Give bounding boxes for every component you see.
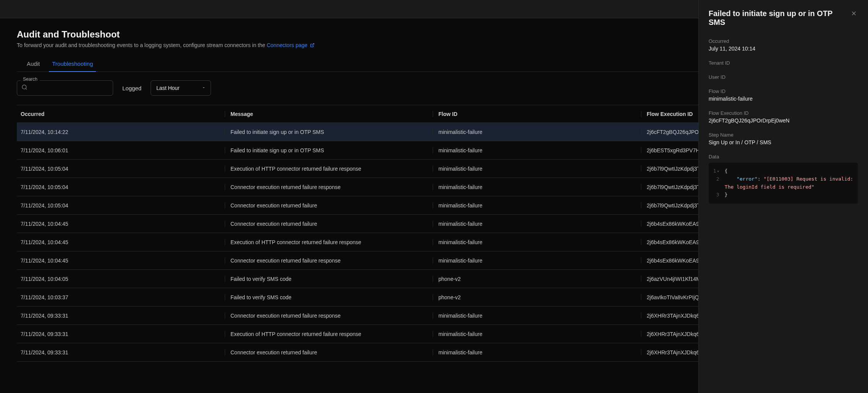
cell-flow-id: minimalistic-failure bbox=[433, 221, 641, 227]
time-range-value: Last Hour bbox=[156, 85, 180, 91]
cell-occurred: 7/11/2024, 09:33:31 bbox=[17, 313, 225, 319]
line-numbers: 1▾23 bbox=[713, 167, 725, 199]
tab-audit[interactable]: Audit bbox=[27, 56, 40, 72]
col-header-message[interactable]: Message bbox=[225, 111, 433, 117]
cell-occurred: 7/11/2024, 10:05:04 bbox=[17, 184, 225, 190]
panel-header: Failed to initiate sign up or in OTP SMS bbox=[709, 9, 858, 27]
close-icon bbox=[850, 11, 857, 18]
panel-data: Data 1▾23 { "error": "[E011003] Request … bbox=[709, 154, 858, 204]
cell-occurred: 7/11/2024, 10:03:37 bbox=[17, 294, 225, 300]
cell-message: Connector execution returned failure res… bbox=[225, 258, 433, 264]
subtitle-text: To forward your audit and troubleshootin… bbox=[17, 42, 267, 48]
code-content: { "error": "[E011003] Request is invalid… bbox=[725, 167, 853, 199]
cell-message: Connector execution returned failure bbox=[225, 221, 433, 227]
cell-flow-id: minimalistic-failure bbox=[433, 313, 641, 319]
cell-message: Connector execution returned failure bbox=[225, 202, 433, 209]
search-label: Search bbox=[21, 77, 40, 82]
panel-flow-id-label: Flow ID bbox=[709, 88, 858, 94]
cell-occurred: 7/11/2024, 10:14:22 bbox=[17, 129, 225, 135]
col-header-occurred[interactable]: Occurred bbox=[17, 111, 225, 117]
cell-flow-id: minimalistic-failure bbox=[433, 202, 641, 209]
tab-troubleshooting[interactable]: Troubleshooting bbox=[52, 56, 93, 72]
cell-flow-id: minimalistic-failure bbox=[433, 349, 641, 355]
cell-flow-id: minimalistic-failure bbox=[433, 166, 641, 172]
fold-caret-icon[interactable]: ▾ bbox=[717, 169, 719, 173]
cell-flow-id: minimalistic-failure bbox=[433, 239, 641, 245]
cell-message: Execution of HTTP connector returned fai… bbox=[225, 239, 433, 245]
cell-occurred: 7/11/2024, 10:04:45 bbox=[17, 258, 225, 264]
panel-occurred-label: Occurred bbox=[709, 38, 858, 44]
search-wrapper: Search bbox=[17, 80, 113, 96]
cell-occurred: 7/11/2024, 10:06:01 bbox=[17, 147, 225, 153]
cell-flow-id: phone-v2 bbox=[433, 294, 641, 300]
cell-flow-id: minimalistic-failure bbox=[433, 184, 641, 190]
panel-user-id-label: User ID bbox=[709, 74, 858, 80]
panel-title: Failed to initiate sign up or in OTP SMS bbox=[709, 9, 850, 27]
code-block: 1▾23 { "error": "[E011003] Request is in… bbox=[709, 163, 858, 204]
cell-message: Failed to initiate sign up or in OTP SMS bbox=[225, 147, 433, 153]
cell-flow-id: minimalistic-failure bbox=[433, 147, 641, 153]
panel-data-label: Data bbox=[709, 154, 858, 160]
connectors-link[interactable]: Connectors page bbox=[267, 42, 315, 48]
panel-user-id: User ID bbox=[709, 74, 858, 80]
cell-message: Connector execution returned failure res… bbox=[225, 184, 433, 190]
panel-occurred: Occurred July 11, 2024 10:14 bbox=[709, 38, 858, 52]
panel-flow-exec: Flow Execution ID 2j6cFT2gBQJ26qJPOrDrpE… bbox=[709, 110, 858, 124]
cell-message: Failed to verify SMS code bbox=[225, 276, 433, 282]
cell-occurred: 7/11/2024, 10:05:04 bbox=[17, 166, 225, 172]
cell-message: Execution of HTTP connector returned fai… bbox=[225, 331, 433, 337]
cell-occurred: 7/11/2024, 10:05:04 bbox=[17, 202, 225, 209]
svg-line-0 bbox=[312, 44, 314, 46]
cell-occurred: 7/11/2024, 10:04:45 bbox=[17, 239, 225, 245]
cell-occurred: 7/11/2024, 10:04:05 bbox=[17, 276, 225, 282]
panel-tenant-id: Tenant ID bbox=[709, 60, 858, 66]
panel-step-name: Step Name Sign Up or In / OTP / SMS bbox=[709, 132, 858, 145]
cell-flow-id: phone-v2 bbox=[433, 276, 641, 282]
panel-flow-exec-label: Flow Execution ID bbox=[709, 110, 858, 116]
cell-message: Connector execution returned failure bbox=[225, 349, 433, 355]
time-range-dropdown[interactable]: Last Hour bbox=[151, 80, 211, 96]
cell-message: Execution of HTTP connector returned fai… bbox=[225, 166, 433, 172]
svg-point-1 bbox=[22, 85, 26, 89]
panel-tenant-id-label: Tenant ID bbox=[709, 60, 858, 66]
connectors-link-text: Connectors page bbox=[267, 42, 308, 48]
logged-label: Logged bbox=[122, 85, 141, 91]
cell-occurred: 7/11/2024, 09:33:31 bbox=[17, 349, 225, 355]
cell-message: Failed to initiate sign up or in OTP SMS bbox=[225, 129, 433, 135]
cell-flow-id: minimalistic-failure bbox=[433, 129, 641, 135]
svg-line-2 bbox=[26, 88, 27, 90]
close-button[interactable] bbox=[850, 9, 858, 19]
panel-occurred-value: July 11, 2024 10:14 bbox=[709, 46, 858, 52]
panel-flow-id-value: minimalistic-failure bbox=[709, 96, 858, 102]
chevron-down-icon bbox=[201, 85, 206, 91]
panel-step-name-value: Sign Up or In / OTP / SMS bbox=[709, 139, 858, 145]
search-input[interactable] bbox=[17, 80, 113, 96]
panel-flow-id: Flow ID minimalistic-failure bbox=[709, 88, 858, 102]
panel-flow-exec-value: 2j6cFT2gBQJ26qJPOrDrpEj0weN bbox=[709, 117, 858, 124]
detail-panel: Failed to initiate sign up or in OTP SMS… bbox=[698, 0, 868, 393]
panel-step-name-label: Step Name bbox=[709, 132, 858, 138]
cell-message: Connector execution returned failure res… bbox=[225, 313, 433, 319]
external-link-icon bbox=[310, 42, 315, 47]
col-header-flow-id[interactable]: Flow ID bbox=[433, 111, 641, 117]
cell-flow-id: minimalistic-failure bbox=[433, 331, 641, 337]
cell-occurred: 7/11/2024, 09:33:31 bbox=[17, 331, 225, 337]
search-icon bbox=[21, 84, 28, 92]
cell-occurred: 7/11/2024, 10:04:45 bbox=[17, 221, 225, 227]
cell-flow-id: minimalistic-failure bbox=[433, 258, 641, 264]
cell-message: Failed to verify SMS code bbox=[225, 294, 433, 300]
